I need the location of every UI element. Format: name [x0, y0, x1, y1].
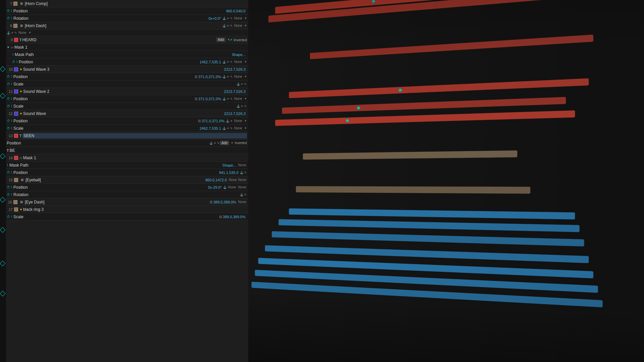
dropdown-icon[interactable]: ▼ — [227, 38, 230, 41]
stopwatch-icon[interactable]: ⏱ — [7, 75, 10, 78]
pen-icon[interactable]: ✎ — [244, 105, 247, 108]
dropdown-icon[interactable]: ▼ — [244, 97, 247, 100]
dropdown-icon[interactable]: ▼ — [244, 75, 247, 78]
pen-icon[interactable]: ✎ — [230, 24, 233, 27]
layer-row[interactable]: ▶ 7 ⊞ [Horn Comp] — [0, 0, 248, 7]
prop-icons: ⚓ ✳ ✎ None ▼ — [222, 16, 247, 20]
layer-row[interactable]: ▼ 15 ⊞ [Eyeball] 960.0,1472.0 None None — [0, 176, 248, 184]
star-icon: ★ — [19, 207, 22, 211]
sublayer-row[interactable]: T BE — [0, 147, 248, 154]
pen-icon[interactable]: ✎ — [230, 17, 233, 20]
mask-row[interactable]: ▼ ▭ Mask 1 — [0, 44, 248, 51]
stopwatch-icon[interactable]: ⏱ — [7, 16, 10, 20]
pen-icon[interactable]: ✎ — [230, 75, 233, 78]
layer-row[interactable]: ▼ 12 ★ Sound Wave 2213.7,526.3 — [0, 110, 248, 117]
solo-icon[interactable] — [0, 227, 5, 233]
dropdown-icon[interactable]: ▼ — [244, 119, 247, 122]
solo-icon[interactable] — [0, 291, 5, 297]
stopwatch-icon[interactable]: ⏱ — [7, 185, 10, 189]
property-row[interactable]: ⏱ ⌇ Rotation ⚓ ✎ — [0, 191, 248, 198]
pen-icon[interactable]: ✎ — [244, 82, 247, 86]
track-red-6[interactable] — [275, 110, 575, 126]
inverted-checkbox[interactable]: ✔ — [230, 38, 232, 42]
property-row[interactable]: ⏱ ⌇ Position ⛓ 371.0,371.0% ⚓ ✳ None ▼ — [0, 117, 248, 125]
property-row[interactable]: ⌇ Mask Path Shape... None — [0, 162, 248, 169]
dropdown-arrow[interactable]: ▼ — [244, 17, 247, 20]
layer-row-seen[interactable]: ▼ 13 T SEEN — [0, 132, 248, 139]
dropdown-icon[interactable]: ▼ — [244, 24, 247, 27]
property-row[interactable]: ⏱ ⌇ Rotation 0x+0.0° ⚓ ✳ ✎ None ▼ — [0, 15, 248, 22]
mask-name: Mask 1 — [14, 45, 247, 50]
property-row[interactable]: ⏱ ⌇ Scale ⚓ ✳ ✎ — [0, 80, 248, 88]
property-row[interactable]: ⏱ ⌇ Scale ⛓ 389.0,389.0% — [0, 213, 248, 221]
curve-icon: ⌇ — [11, 9, 12, 13]
stopwatch-icon[interactable]: ⏱ — [7, 215, 10, 219]
add-button[interactable]: Add — [216, 38, 226, 42]
prop-value[interactable]: Shape... — [222, 163, 236, 167]
dropdown-icon[interactable]: ▼ — [231, 141, 233, 144]
pen-icon[interactable]: ✎ — [230, 127, 233, 130]
track-blue-3[interactable] — [272, 231, 584, 246]
property-row[interactable]: ⏱ ⌇ Scale 2462.7,535.1 ⚓ ✳ ✎ None ▼ — [0, 125, 248, 132]
track-red-4[interactable] — [289, 78, 589, 98]
property-row[interactable]: ⏱ ⌇ Position 1462.7,535.1 ⚓ ✳ ✎ None ▼ — [0, 58, 248, 66]
dropdown-icon[interactable]: ▼ — [244, 60, 247, 63]
layer-number: 17 — [5, 207, 13, 212]
property-row[interactable]: ⏱ ⌇ Position 0x-29.0° ⚓ None None — [0, 184, 248, 191]
inverted-label: Inverted — [235, 141, 247, 145]
pen-icon[interactable]: ✎ — [217, 141, 220, 145]
add-button[interactable]: Add — [220, 141, 229, 145]
dropdown-icon[interactable]: ▼ — [244, 127, 247, 130]
stopwatch-icon[interactable]: ⏱ — [12, 60, 15, 64]
track-red-5[interactable] — [282, 97, 566, 114]
solo-icon[interactable] — [0, 93, 5, 99]
layer-row[interactable]: ▼ 14 ▭ Mask 1 — [0, 154, 248, 162]
layer-row[interactable]: ▶ 8 ⊞ [Horn Dash] ⚓ ✳ ✎ None ▼ — [0, 22, 248, 29]
pen-icon[interactable]: ✎ — [230, 60, 233, 64]
layer-row[interactable]: ▼ 17 ★ black ring 3 — [0, 206, 248, 213]
pen-icon[interactable]: ✎ — [244, 193, 247, 196]
stopwatch-icon[interactable]: ⏱ — [7, 193, 10, 196]
solo-icon[interactable] — [0, 66, 5, 72]
layer-row[interactable]: ▼ 10 ★ Sound Wave 3 2213.7,526.3 — [0, 66, 248, 73]
link-icon: ⛓ — [210, 200, 213, 204]
expand-icon[interactable]: ▼ — [7, 46, 10, 49]
track-tan-2[interactable] — [296, 186, 530, 194]
pen-icon[interactable]: ✎ — [14, 31, 17, 35]
stopwatch-icon[interactable]: ⏱ — [7, 9, 10, 13]
track-blue-1[interactable] — [289, 208, 575, 220]
property-row[interactable]: ⏱ ⌇ Position 960.0,540.0 — [0, 7, 248, 15]
stopwatch-icon[interactable]: ⏱ — [7, 171, 10, 174]
stopwatch-icon[interactable]: ⏱ — [7, 82, 10, 86]
stopwatch-icon[interactable]: ⏱ — [7, 97, 10, 101]
property-row[interactable]: ⌇ Mask Path Shape... — [0, 51, 248, 58]
asterisk-icon: ✳ — [227, 24, 229, 27]
layer-color-box — [13, 24, 17, 28]
layers-list: ▶ 7 ⊞ [Horn Comp] ⏱ ⌇ Position 960.0,540… — [0, 0, 248, 221]
prop-name: Position — [13, 74, 195, 79]
solo-icon[interactable] — [0, 261, 5, 266]
pen-icon[interactable]: ✎ — [230, 97, 233, 101]
solo-icon[interactable] — [0, 154, 5, 159]
layer-number: 12 — [5, 112, 13, 116]
property-row[interactable]: Position ⚓ ✳ ✎ Add ▼ Inverted — [0, 139, 248, 147]
solo-icon[interactable] — [0, 197, 5, 203]
property-row[interactable]: ⏱ ⌇ Position ⛓ 371.0,371.0% ⚓ ✳ ✎ None ▼ — [0, 95, 248, 103]
property-row[interactable]: ⏱ ⌇ Position ⛓ 371.0,371.0% ⚓ ✳ ✎ None ▼ — [0, 73, 248, 80]
track-red-3[interactable] — [310, 35, 593, 59]
layer-row[interactable]: ▼ 11 ★ Sound Wave 2 2213.7,526.3 — [0, 88, 248, 95]
property-row[interactable]: ⏱ ⌇ Scale ⚓ ✳ ✎ — [0, 103, 248, 110]
layer-name: Sound Wave — [23, 111, 224, 116]
layer-row[interactable]: ▶ 16 ⊞ [Eye Dash] ⛓ 389.0,389.0% None — [0, 198, 248, 206]
stopwatch-icon[interactable]: ⏱ — [7, 104, 10, 108]
prop-value[interactable]: Shape... — [232, 53, 246, 57]
curve-icon: ⌇ — [11, 97, 12, 101]
property-row[interactable]: ⏱ ⌇ Position 941.1,535.0 ⚓ ✎ — [0, 169, 248, 176]
layer-row[interactable]: ▼ 9 T HEARD Add ▼ ✔ Inverted — [0, 36, 248, 44]
stopwatch-icon[interactable]: ⏱ — [7, 119, 10, 123]
pen-icon[interactable]: ✎ — [244, 171, 247, 174]
dropdown-icon[interactable]: ▼ — [29, 31, 31, 34]
track-blue-2[interactable] — [279, 219, 580, 232]
stopwatch-icon[interactable]: ⏱ — [7, 126, 10, 130]
track-tan-1[interactable] — [303, 150, 517, 160]
